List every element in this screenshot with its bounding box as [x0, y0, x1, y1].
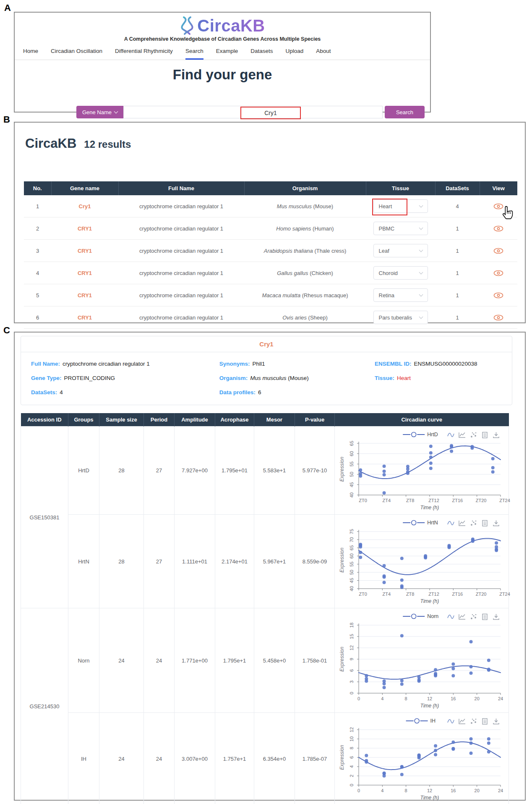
svg-text:Time (h): Time (h) — [420, 598, 439, 604]
scatter-plot-icon[interactable] — [471, 614, 476, 619]
tissue-selected-value: PBMC — [379, 225, 395, 232]
result-row: 6CRY1cryptochrome circadian regulator 1O… — [24, 306, 517, 329]
svg-text:45: 45 — [349, 482, 354, 487]
svg-text:65: 65 — [349, 545, 354, 550]
field-synonyms: Synonyms:Phll1 — [219, 361, 375, 367]
svg-text:18: 18 — [349, 623, 354, 628]
organism-binomial: Arabidopsis thaliana — [264, 248, 313, 254]
circadian-curve-chart-ih[interactable]: 02468101204812162024ExpressionTime (h)IH — [336, 715, 507, 802]
row-number: 3 — [24, 240, 51, 262]
tissue-selected-value: Retina — [379, 292, 395, 299]
svg-text:70: 70 — [349, 537, 354, 542]
tissue-select[interactable]: PBMC — [373, 222, 428, 235]
col-full-name: Full Name — [118, 181, 244, 195]
gene-link[interactable]: CRY1 — [78, 314, 92, 321]
download-icon[interactable] — [493, 432, 499, 438]
ensembl-value: ENSMUSG00000020038 — [414, 361, 477, 367]
sine-curve-icon[interactable] — [448, 615, 454, 618]
nav-item-home[interactable]: Home — [23, 48, 38, 60]
nav-item-circadian-oscillation[interactable]: Circadian Oscillation — [51, 48, 102, 60]
gene-link[interactable]: CRY1 — [78, 248, 92, 254]
period-cell: 27 — [144, 515, 175, 608]
search-input[interactable]: Cry1 — [123, 106, 383, 118]
result-row: 2CRY1cryptochrome circadian regulator 1H… — [24, 217, 517, 240]
gene-link[interactable]: CRY1 — [78, 225, 92, 232]
circadian-curve-chart-norn[interactable]: 036912151804812162024ExpressionTime (h)N… — [336, 611, 507, 710]
scatter-plot-icon[interactable] — [471, 719, 476, 724]
download-icon[interactable] — [493, 719, 499, 724]
data-view-icon[interactable] — [482, 614, 487, 620]
profile-row: GSE214530 Norn 24 24 1.771e+00 1.795e+1 … — [21, 608, 509, 713]
line-chart-icon[interactable] — [459, 432, 465, 437]
tissue-select[interactable]: Leaf — [373, 244, 428, 257]
col-tissue: Tissue — [366, 181, 435, 195]
full-name-cell: cryptochrome circadian regulator 1 — [118, 306, 244, 329]
nav-item-datasets[interactable]: Datasets — [250, 48, 273, 60]
view-eye-icon[interactable] — [493, 225, 503, 232]
view-eye-icon[interactable] — [493, 314, 503, 321]
gene-link[interactable]: CRY1 — [78, 292, 92, 299]
circakb-figure: A B C CircaKB A Comprehensive Knowledgeb… — [0, 0, 532, 804]
organism-binomial: Macaca mulatta — [262, 292, 300, 299]
tissue-select[interactable]: Pars tuberalis — [373, 311, 428, 324]
sine-curve-icon[interactable] — [448, 720, 454, 723]
gene-link[interactable]: Cry1 — [79, 203, 91, 210]
svg-text:15: 15 — [349, 634, 354, 639]
data-view-icon[interactable] — [482, 719, 487, 725]
organism-label: Organism: — [219, 375, 248, 381]
scatter-plot-icon[interactable] — [471, 521, 476, 526]
query-highlight-box: Cry1 — [240, 107, 301, 119]
download-icon[interactable] — [493, 614, 499, 620]
legend-label: HrtD — [427, 432, 438, 437]
mesor-cell: 6.354e+0 — [254, 713, 295, 804]
nav-item-search[interactable]: Search — [185, 48, 203, 60]
nav-item-example[interactable]: Example — [216, 48, 238, 60]
nav-item-about[interactable]: About — [316, 48, 331, 60]
sine-curve-icon[interactable] — [448, 521, 454, 525]
datasets-count: 1 — [435, 240, 480, 262]
view-eye-icon[interactable] — [493, 292, 503, 299]
tissue-select[interactable]: Heart — [373, 199, 428, 213]
result-row: 5CRY1cryptochrome circadian regulator 1M… — [24, 284, 517, 306]
nav-item-upload[interactable]: Upload — [285, 48, 303, 60]
download-icon[interactable] — [493, 521, 499, 526]
tissue-select[interactable]: Choroid — [373, 266, 428, 280]
svg-text:ZT24: ZT24 — [499, 498, 510, 503]
gene-title: Cry1 — [21, 336, 512, 352]
full-name-cell: cryptochrome circadian regulator 1 — [118, 240, 244, 262]
line-chart-icon[interactable] — [459, 521, 465, 526]
amplitude-cell: 7.927e+00 — [175, 427, 215, 515]
svg-text:ZT16: ZT16 — [452, 592, 463, 597]
gene-link[interactable]: CRY1 — [78, 270, 92, 276]
svg-text:24: 24 — [498, 788, 503, 793]
data-view-icon[interactable] — [482, 432, 487, 438]
row-number: 4 — [24, 262, 51, 284]
view-eye-icon[interactable] — [493, 248, 503, 254]
nav-item-differential-rhythmicity[interactable]: Differential Rhythmicity — [115, 48, 173, 60]
line-chart-icon[interactable] — [459, 614, 465, 619]
gene-name-dropdown[interactable]: Gene Name — [76, 106, 123, 118]
result-row: 4CRY1cryptochrome circadian regulator 1G… — [24, 262, 517, 284]
amplitude-cell: 1.771e+00 — [175, 608, 215, 713]
svg-text:ZT4: ZT4 — [383, 498, 391, 503]
sine-curve-icon[interactable] — [448, 433, 454, 437]
line-chart-icon[interactable] — [459, 719, 465, 724]
field-data-profiles: Data profiles:6 — [219, 389, 375, 395]
circadian-curve-chart-hrtd[interactable]: 404550556065ZT0ZT4ZT8ZT12ZT16ZT20ZT24Exp… — [336, 429, 507, 512]
svg-text:55: 55 — [349, 461, 354, 466]
accession-cell: GSE150381 — [21, 427, 68, 608]
svg-text:4: 4 — [381, 696, 383, 701]
tissue-select[interactable]: Retina — [373, 288, 428, 302]
row-number: 6 — [24, 306, 51, 329]
data-view-icon[interactable] — [482, 521, 487, 526]
circadian-curve-chart-hrtn[interactable]: 4045505560657075ZT0ZT4ZT8ZT12ZT16ZT20ZT2… — [336, 517, 507, 605]
col-gene-name: Gene name — [51, 181, 118, 195]
search-button[interactable]: Search — [385, 106, 425, 118]
view-eye-icon[interactable] — [493, 270, 503, 276]
svg-text:16: 16 — [451, 788, 456, 793]
pvalue-cell: 5.977e-10 — [295, 427, 335, 515]
panel-label-a: A — [4, 3, 11, 13]
row-number: 5 — [24, 284, 51, 306]
scatter-plot-icon[interactable] — [471, 432, 476, 437]
svg-text:0: 0 — [349, 784, 354, 786]
